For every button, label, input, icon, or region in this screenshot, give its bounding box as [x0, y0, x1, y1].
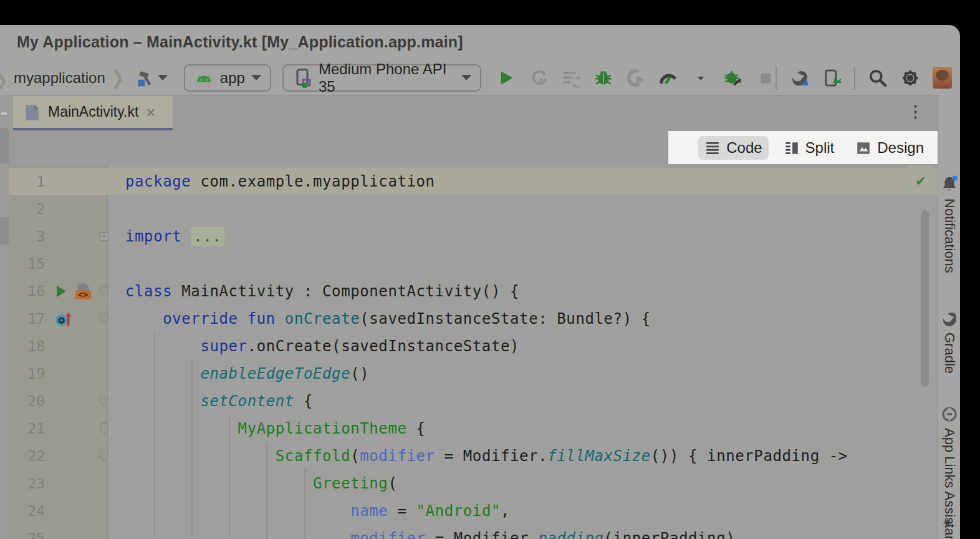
fold-marker[interactable]	[91, 230, 117, 243]
code-line-25: 25modifier = Modifier.padding(innerPaddi…	[9, 525, 938, 539]
stop-icon[interactable]	[756, 68, 776, 88]
code-segment: class	[125, 283, 172, 300]
attach-debugger-icon[interactable]	[626, 68, 646, 88]
indent-guide	[154, 333, 155, 539]
view-mode-split[interactable]: Split	[777, 136, 841, 160]
apply-code-changes-icon[interactable]	[561, 68, 581, 88]
code-segment: import	[125, 228, 181, 245]
code-line-15: 15	[9, 250, 938, 278]
line-number: 3	[9, 228, 45, 245]
view-mode-design[interactable]: Design	[849, 136, 930, 160]
apply-changes-icon[interactable]: A	[529, 68, 549, 88]
code-segment: onCreate	[285, 310, 360, 328]
code-text[interactable]: import ...	[117, 228, 224, 245]
tab-options-kebab-icon[interactable]: ⋮	[907, 102, 924, 122]
code-text[interactable]: class MainActivity : ComponentActivity()…	[117, 283, 519, 300]
gradle-sync-icon[interactable]	[789, 68, 809, 88]
toolbar-right-group	[776, 66, 960, 90]
code-segment: {	[294, 392, 313, 410]
code-segment: enableEdgeToEdge	[200, 365, 350, 382]
code-segment: ()	[350, 365, 369, 382]
run-gutter-icon[interactable]	[54, 284, 69, 299]
code-text[interactable]: super.onCreate(savedInstanceState)	[117, 337, 519, 355]
gutter-icons	[45, 309, 91, 328]
code-segment: (innerPadding)	[604, 530, 736, 539]
fold-marker[interactable]	[91, 393, 117, 409]
fold-marker[interactable]	[91, 311, 117, 327]
tool-stripe-notifications[interactable]: Notifications	[938, 175, 960, 273]
svg-text:A: A	[538, 77, 544, 86]
debug-icon[interactable]	[593, 68, 613, 88]
android-studio-window: My Application – MainActivity.kt [My_App…	[0, 25, 960, 539]
code-text[interactable]: setContent {	[117, 392, 313, 410]
breadcrumb-project[interactable]: myapplication	[14, 69, 105, 87]
code-text[interactable]: Greeting(	[117, 475, 397, 492]
search-icon[interactable]	[868, 68, 888, 88]
tool-stripe-gradle[interactable]: Gradle	[938, 309, 960, 374]
line-number: 23	[9, 475, 45, 492]
code-segment: (	[350, 447, 360, 465]
code-segment: = Modifier.	[426, 530, 539, 539]
fold-marker[interactable]	[91, 420, 117, 437]
editor-tab-bar: MainActivity.kt × ⋮	[9, 95, 938, 130]
code-segment: MyApplicationTheme	[238, 420, 407, 437]
kotlin-file-icon	[22, 102, 42, 122]
code-text[interactable]: modifier = Modifier.padding(innerPadding…	[117, 530, 735, 539]
run-play-icon[interactable]	[496, 68, 516, 88]
overrides-method-icon[interactable]	[54, 309, 72, 328]
build-hammer-icon[interactable]	[134, 68, 154, 88]
inspection-status-widget[interactable]: ✔	[905, 166, 936, 195]
code-segment: .onCreate(savedInstanceState)	[247, 337, 519, 355]
code-line-21: 21MyApplicationTheme {	[9, 415, 938, 442]
toolbar-divider	[776, 66, 777, 90]
tool-stripe-app-links-assistant[interactable]: App Links Assistant	[938, 405, 960, 539]
tab-label: MainActivity.kt	[48, 104, 138, 120]
code-text[interactable]: name = "Android",	[117, 502, 510, 520]
code-segment: "Android"	[416, 502, 501, 520]
tool-stripe-label: Gradle	[941, 333, 958, 374]
device-caret-icon	[461, 75, 471, 80]
screen: My Application – MainActivity.kt [My_App…	[0, 0, 980, 539]
user-avatar[interactable]	[933, 67, 952, 89]
code-segment: ...	[191, 227, 224, 246]
code-segment: padding	[538, 530, 603, 539]
profiler-icon[interactable]	[658, 68, 678, 88]
breadcrumb-chevron-icon: ❯	[112, 66, 124, 89]
stripe-block	[0, 128, 9, 163]
run-configuration-selector[interactable]: app	[184, 64, 271, 92]
line-number: 15	[9, 256, 45, 272]
line-number: 20	[9, 393, 45, 409]
code-editor[interactable]: 1package com.example.myapplication23impo…	[9, 165, 938, 539]
profile-low-overhead-icon[interactable]	[723, 68, 743, 88]
code-text[interactable]: override fun onCreate(savedInstanceState…	[117, 310, 651, 328]
code-text[interactable]: MyApplicationTheme {	[117, 420, 426, 437]
code-segment: Greeting	[313, 475, 388, 492]
code-line-23: 23Greeting(	[9, 470, 938, 497]
code-line-2: 2	[9, 195, 938, 223]
dropdown-caret-icon[interactable]	[691, 68, 711, 88]
code-text[interactable]: Scaffold(modifier = Modifier.fillMaxSize…	[117, 447, 848, 465]
tab-mainactivity[interactable]: MainActivity.kt ×	[13, 96, 173, 128]
build-dropdown-caret-icon[interactable]	[158, 75, 168, 80]
editor-scrollbar-thumb[interactable]	[921, 210, 929, 387]
device-selector[interactable]: Medium Phone API 35	[282, 64, 481, 92]
split-view-icon	[784, 140, 800, 156]
code-segment: package	[125, 173, 191, 190]
compose-file-icon[interactable]: <>	[72, 282, 91, 301]
view-mode-code[interactable]: Code	[698, 136, 768, 160]
code-line-19: 19enableEdgeToEdge()	[9, 360, 938, 387]
fold-marker[interactable]	[91, 283, 117, 299]
android-head-icon	[194, 68, 214, 88]
device-manager-icon[interactable]	[822, 68, 842, 88]
app-links-icon	[941, 405, 958, 423]
line-number: 1	[9, 173, 45, 190]
settings-gear-icon[interactable]	[900, 68, 920, 88]
code-segment: setContent	[200, 392, 294, 410]
code-segment: (savedInstanceState: Bundle?) {	[360, 310, 651, 328]
left-tool-stripe[interactable]	[0, 95, 9, 539]
code-text[interactable]: package com.example.myapplication	[117, 173, 435, 190]
code-segment: Scaffold	[276, 447, 350, 465]
code-view-icon	[704, 140, 721, 156]
tab-close-icon[interactable]: ×	[146, 106, 155, 119]
fold-marker[interactable]	[91, 448, 117, 464]
